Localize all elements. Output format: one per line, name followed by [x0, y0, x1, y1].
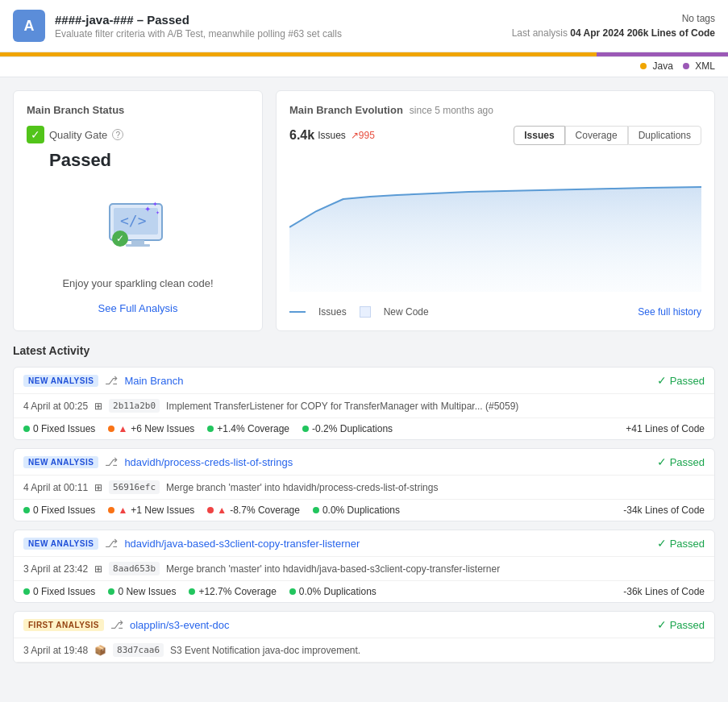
branch-icon: ⎇: [105, 455, 118, 468]
header-title: ####-java-### – Passed: [55, 13, 502, 27]
right-panel: Main Branch Evolution since 5 months ago…: [276, 90, 715, 331]
list-item: NEW ANALYSIS ⎇ Main Branch ✓ Passed 4 Ap…: [13, 367, 715, 440]
dot-red: [207, 507, 214, 513]
branch-link[interactable]: hdavidh/process-creds-list-of-strings: [124, 456, 293, 468]
dot-green: [23, 426, 30, 432]
issues-label-small: Issues: [318, 130, 346, 141]
dot-orange: [108, 426, 114, 432]
status-badge: ✓ Passed: [657, 455, 705, 468]
commit-message: Implement TransferListener for COPY for …: [166, 401, 518, 412]
quality-gate-label: Quality Gate: [49, 129, 107, 141]
activity-row2: 4 April at 00:25 ⊞ 2b11a2b0 Implement Tr…: [14, 394, 714, 418]
activity-row3: 0 Fixed Issues ▲ +1 New Issues ▲ -8.7% C…: [14, 500, 714, 521]
dot-orange: [108, 507, 114, 513]
header: A ####-java-### – Passed Evaluate filter…: [0, 0, 728, 52]
commit-hash: 56916efc: [109, 480, 160, 494]
activity-row3: 0 Fixed Issues ▲ +6 New Issues +1.4% Cov…: [14, 418, 714, 439]
duplications: 0.0% Duplications: [313, 505, 400, 516]
commit-icon: 📦: [94, 645, 106, 656]
see-full-analysis-link[interactable]: See Full Analysis: [27, 302, 249, 314]
svg-text:✦: ✦: [144, 205, 151, 214]
right-panel-title: Main Branch Evolution: [289, 104, 403, 116]
svg-text:✓: ✓: [116, 233, 124, 244]
coverage: +1.4% Coverage: [207, 423, 289, 434]
list-item: NEW ANALYSIS ⎇ hdavidh/java-based-s3clie…: [13, 530, 715, 603]
commit-message: Merge branch 'master' into hdavidh/proce…: [166, 482, 438, 493]
list-item: NEW ANALYSIS ⎇ hdavidh/process-creds-lis…: [13, 448, 715, 521]
lines-of-code: -34k Lines of Code: [623, 505, 705, 516]
coverage: ▲ -8.7% Coverage: [207, 505, 300, 516]
activity-row1: NEW ANALYSIS ⎇ Main Branch ✓ Passed: [14, 368, 714, 394]
passed-check-icon: ✓: [657, 455, 667, 468]
commit-date: 4 April at 00:25: [23, 401, 88, 412]
issues-legend-label: Issues: [318, 306, 347, 318]
svg-rect-4: [126, 244, 150, 247]
activity-row2: 3 April at 23:42 ⊞ 8aad653b Merge branch…: [14, 557, 714, 581]
activity-badge: NEW ANALYSIS: [23, 538, 98, 550]
passed-check-icon: ✓: [657, 374, 667, 387]
two-col-layout: Main Branch Status ✓ Quality Gate ? Pass…: [13, 90, 715, 331]
branch-icon: ⎇: [105, 537, 118, 550]
status-badge: ✓ Passed: [657, 618, 705, 631]
quality-gate-help[interactable]: ?: [112, 129, 123, 140]
branch-link[interactable]: olapplin/s3-event-doc: [130, 619, 230, 631]
chart-area: [289, 155, 701, 300]
code-illustration: </> ✦ ✦ ✦ ✓: [27, 184, 249, 264]
chart-legend: Issues New Code See full history: [289, 306, 701, 318]
fixed-issues: 0 Fixed Issues: [23, 423, 95, 434]
language-legend: Java XML: [0, 57, 728, 77]
new-issues: ▲ +1 New Issues: [108, 505, 194, 516]
dot-green-2: [207, 426, 214, 432]
list-item: FIRST ANALYSIS ⎇ olapplin/s3-event-doc ✓…: [13, 611, 715, 663]
commit-date: 3 April at 23:42: [23, 563, 88, 575]
last-analysis-label: Last analysis: [512, 27, 568, 39]
passed-label: Passed: [49, 150, 249, 171]
activity-row2: 3 April at 19:48 📦 83d7caa6 S3 Event Not…: [14, 638, 714, 663]
svg-text:✦: ✦: [152, 201, 158, 208]
dot-green-3: [313, 507, 319, 513]
tab-issues[interactable]: Issues: [514, 126, 564, 145]
dot-green-3: [302, 426, 309, 432]
new-issues: ▲ +6 New Issues: [108, 423, 194, 434]
passed-check-icon: ✓: [657, 618, 667, 631]
dot-green: [23, 507, 30, 513]
branch-link[interactable]: Main Branch: [124, 375, 183, 387]
coverage: +12.7% Coverage: [189, 586, 276, 597]
left-panel-title: Main Branch Status: [27, 104, 249, 116]
last-analysis: Last analysis 04 Apr 2024 206k Lines of …: [512, 27, 715, 39]
dot-green-2: [189, 588, 195, 595]
chart-since: since 5 months ago: [410, 105, 493, 116]
xml-legend: XML: [683, 60, 715, 72]
activity-row3: 0 Fixed Issues 0 New Issues +12.7% Cover…: [14, 581, 714, 602]
commit-message: Merge branch 'master' into hdavidh/java-…: [166, 563, 500, 575]
issues-count: 6.4k: [289, 128, 314, 143]
dot-green: [23, 588, 30, 595]
lines-of-code: +41 Lines of Code: [626, 423, 705, 434]
enjoy-text: Enjoy your sparkling clean code!: [27, 277, 249, 289]
quality-gate-header: ✓ Quality Gate ?: [27, 126, 249, 143]
passed-check-icon: ✓: [657, 537, 667, 550]
activity-title: Latest Activity: [13, 344, 715, 357]
header-meta: No tags Last analysis 04 Apr 2024 206k L…: [512, 13, 715, 39]
tab-duplications[interactable]: Duplications: [628, 126, 701, 145]
commit-hash: 8aad653b: [109, 562, 160, 575]
commit-icon: ⊞: [94, 563, 102, 575]
activity-row1: FIRST ANALYSIS ⎇ olapplin/s3-event-doc ✓…: [14, 612, 714, 638]
activity-row1: NEW ANALYSIS ⎇ hdavidh/process-creds-lis…: [14, 449, 714, 476]
dot-green-ni: [108, 588, 114, 595]
activity-row1: NEW ANALYSIS ⎇ hdavidh/java-based-s3clie…: [14, 530, 714, 557]
fixed-issues: 0 Fixed Issues: [23, 505, 95, 516]
commit-date: 4 April at 00:11: [23, 482, 88, 493]
java-dot: [640, 63, 647, 69]
xml-dot: [683, 63, 689, 69]
see-full-history-link[interactable]: See full history: [638, 306, 701, 318]
commit-hash: 2b11a2b0: [109, 399, 160, 413]
svg-text:</>: </>: [120, 212, 147, 229]
last-analysis-date: 04 Apr 2024: [570, 27, 624, 39]
branch-link[interactable]: hdavidh/java-based-s3client-copy-transfe…: [124, 538, 360, 550]
tab-coverage[interactable]: Coverage: [565, 126, 628, 145]
avatar: A: [13, 10, 45, 42]
activity-badge: NEW ANALYSIS: [23, 375, 98, 387]
branch-icon: ⎇: [110, 618, 123, 631]
java-legend: Java: [640, 60, 673, 72]
